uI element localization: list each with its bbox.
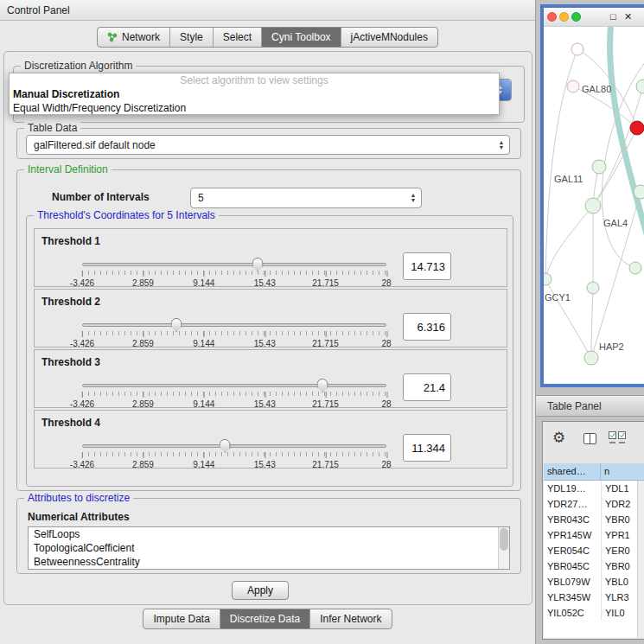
- table-row[interactable]: YBL079WYBL0: [544, 574, 644, 590]
- slider-thumb[interactable]: [220, 439, 231, 453]
- algorithm-placeholder-option[interactable]: Select algorithm to view settings: [10, 73, 499, 87]
- tab-discretize-data[interactable]: Discretize Data: [220, 609, 310, 628]
- tick-label: -3.426: [70, 399, 94, 409]
- tab-jactivemodules[interactable]: jActiveMNodules: [341, 28, 437, 47]
- slider-track[interactable]: [82, 444, 386, 448]
- columns-icon[interactable]: [583, 433, 596, 444]
- control-panel: Control Panel Network Style Select Cyni …: [0, 0, 536, 644]
- network-canvas[interactable]: GAL80 GAL11 GAL4 GCY1 HAP2: [544, 27, 644, 384]
- scrollbar-thumb[interactable]: [500, 528, 508, 551]
- table-panel-title: Table Panel: [547, 400, 602, 412]
- tab-style[interactable]: Style: [170, 28, 214, 47]
- threshold-2-value-input[interactable]: [403, 313, 451, 341]
- table-row[interactable]: YER054CYER0: [544, 543, 644, 558]
- table-data-combobox[interactable]: galFiltered.sif default node ▲▼: [26, 135, 510, 155]
- table-row[interactable]: YIL052CYIL0: [544, 605, 644, 621]
- tab-select[interactable]: Select: [214, 28, 262, 47]
- table-scrollbar[interactable]: [637, 481, 644, 638]
- table-row[interactable]: YLR345WYLR3: [544, 590, 644, 605]
- tab-cyni-toolbox[interactable]: Cyni Toolbox: [262, 28, 341, 47]
- tick-label: 9.144: [193, 339, 214, 348]
- column-header-name[interactable]: n: [601, 463, 644, 481]
- network-node[interactable]: [636, 80, 644, 93]
- table-row[interactable]: YPR145WYPR1: [544, 527, 644, 543]
- cell-shared-name[interactable]: YIL052C: [544, 605, 601, 621]
- tick-label: 28: [381, 460, 391, 469]
- network-node[interactable]: [585, 198, 601, 214]
- network-nodes-icon: [107, 32, 118, 42]
- select-columns-icon[interactable]: [609, 431, 627, 444]
- network-node[interactable]: [571, 43, 583, 55]
- tab-jactivemodules-label: jActiveMNodules: [351, 31, 428, 43]
- list-item[interactable]: BetweennessCentrality: [29, 555, 509, 569]
- numerical-attributes-list[interactable]: SelfLoops TopologicalCoefficient Between…: [28, 526, 510, 570]
- traffic-light-close-icon[interactable]: [547, 12, 557, 22]
- table-row[interactable]: YDR27…YDR2: [544, 496, 644, 512]
- list-item[interactable]: TopologicalCoefficient: [29, 541, 509, 555]
- threshold-4-slider[interactable]: -3.426 2.859 9.144 15.43 21.715 28: [82, 439, 386, 470]
- slider-track[interactable]: [82, 263, 386, 266]
- network-node[interactable]: [629, 262, 641, 274]
- tick-label: 28: [381, 339, 391, 348]
- apply-button[interactable]: Apply: [232, 581, 289, 600]
- close-icon[interactable]: ✕: [624, 11, 632, 22]
- tab-infer-network[interactable]: Infer Network: [310, 609, 391, 628]
- tab-impute-data[interactable]: Impute Data: [143, 609, 220, 628]
- network-node[interactable]: [544, 273, 552, 285]
- list-item[interactable]: SelfLoops: [29, 527, 509, 541]
- tab-network[interactable]: Network: [98, 28, 170, 47]
- cell-shared-name[interactable]: YER054C: [544, 543, 601, 558]
- column-header-shared-name[interactable]: shared…: [544, 463, 601, 481]
- network-node-label: GCY1: [545, 292, 571, 303]
- tick-label: 2.859: [132, 460, 154, 469]
- tick-label: 15.43: [254, 278, 276, 288]
- network-node[interactable]: [634, 185, 644, 199]
- slider-track[interactable]: [82, 323, 386, 327]
- network-node[interactable]: [587, 282, 599, 294]
- cell-shared-name[interactable]: YBR045C: [544, 558, 601, 574]
- tab-discretize-data-label: Discretize Data: [230, 613, 300, 625]
- cell-shared-name[interactable]: YDR27…: [544, 496, 601, 512]
- traffic-light-zoom-icon[interactable]: [571, 12, 581, 22]
- threshold-1-value-input[interactable]: [403, 252, 451, 280]
- table-row[interactable]: YBR043CYBR0: [544, 512, 644, 527]
- tick-label: 2.859: [132, 399, 154, 409]
- threshold-4-panel: Threshold 4 -3.426 2.859 9.144 15.43 21.…: [34, 410, 507, 469]
- cell-shared-name[interactable]: YBL079W: [544, 574, 601, 590]
- threshold-1-slider[interactable]: -3.426 2.859 9.144 15.43 21.715 28: [82, 258, 386, 289]
- traffic-light-minimize-icon[interactable]: [559, 12, 569, 22]
- threshold-3-slider[interactable]: -3.426 2.859 9.144 15.43 21.715 28: [82, 379, 386, 410]
- network-view-window: □ ✕: [540, 4, 644, 387]
- tick-label: -3.426: [70, 460, 94, 469]
- table-row[interactable]: YDL19…YDL1: [544, 481, 644, 496]
- threshold-4-value-input[interactable]: [403, 434, 451, 462]
- cyni-toolbox-panel: Discretization Algorithm ▲▼ Table Data g…: [3, 51, 532, 605]
- slider-track[interactable]: [82, 384, 386, 387]
- slider-thumb[interactable]: [252, 258, 264, 271]
- threshold-2-slider[interactable]: -3.426 2.859 9.144 15.43 21.715 28: [82, 318, 386, 349]
- cell-shared-name[interactable]: YBR043C: [544, 512, 601, 527]
- number-of-intervals-combobox[interactable]: 5 ▲▼: [190, 188, 422, 208]
- node-table: YDL19…YDL1 YDR27…YDR2 YBR043CYBR0 YPR145…: [544, 481, 644, 638]
- algorithm-option-equal-width[interactable]: Equal Width/Frequency Discretization: [10, 101, 499, 115]
- algorithm-option-manual[interactable]: Manual Discretization: [10, 87, 499, 101]
- list-scrollbar[interactable]: [498, 527, 509, 569]
- interval-definition-group-title: Interval Definition: [24, 163, 112, 175]
- threshold-3-value-input[interactable]: [403, 373, 451, 401]
- gear-icon[interactable]: ⚙: [552, 429, 565, 447]
- slider-thumb[interactable]: [317, 379, 328, 392]
- network-node[interactable]: [567, 80, 579, 92]
- network-node-selected[interactable]: [630, 121, 644, 135]
- thresholds-coordinates-group-title: Threshold's Coordinates for 5 Intervals: [34, 209, 219, 221]
- tab-infer-network-label: Infer Network: [320, 613, 381, 625]
- network-node-label: GAL11: [554, 174, 583, 184]
- maximize-icon[interactable]: □: [610, 11, 616, 22]
- tab-cyni-toolbox-label: Cyni Toolbox: [271, 31, 330, 43]
- cell-shared-name[interactable]: YDL19…: [544, 481, 601, 496]
- cell-shared-name[interactable]: YLR345W: [544, 590, 601, 605]
- table-row[interactable]: YBR045CYBR0: [544, 558, 644, 574]
- network-node[interactable]: [584, 351, 598, 365]
- network-node[interactable]: [592, 160, 606, 174]
- cell-shared-name[interactable]: YPR145W: [544, 527, 601, 543]
- slider-thumb[interactable]: [171, 318, 182, 332]
